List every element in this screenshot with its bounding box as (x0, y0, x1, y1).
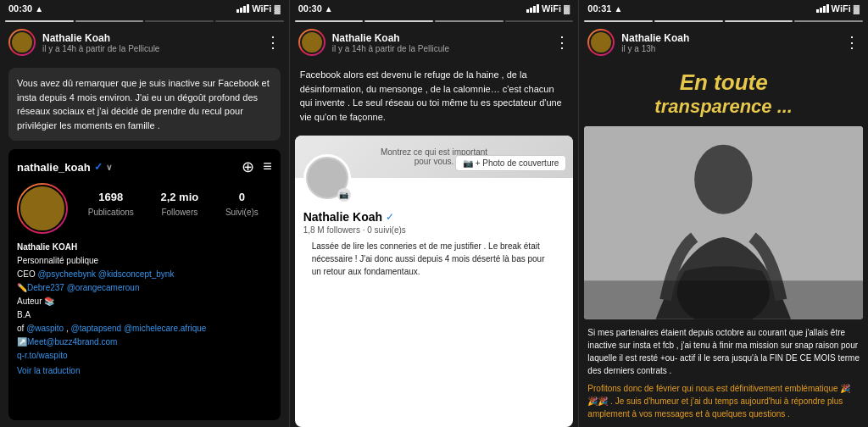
seg-2-4 (505, 20, 574, 22)
story-header-3: Nathalie Koah il y a 13h ⋮ (579, 24, 868, 61)
seg-1-2 (75, 20, 144, 22)
story-info-1: Nathalie Koah il y a 14h à partir de la … (42, 32, 259, 53)
verified-badge-ig: ✓ (94, 161, 103, 173)
seg-2-3 (435, 20, 504, 22)
ig-stat-publications: 1698 Publications (88, 191, 134, 219)
location-arrow-3: ▲ (614, 4, 622, 14)
person-svg (584, 126, 863, 319)
fb-verified-badge: ✓ (386, 211, 394, 223)
svg-point-2 (695, 145, 753, 214)
wifi-icon-3: WiFi (832, 3, 851, 14)
avatar-face-3 (589, 30, 613, 54)
seg-1-3 (145, 20, 214, 22)
avatar-face-1 (10, 30, 34, 54)
panel3-bottom-text: Si mes partenaires étaient depuis octobr… (579, 319, 868, 427)
progress-bar-3 (579, 17, 868, 24)
seg-3-2 (654, 20, 723, 22)
fb-avatar-wrap: 📷 (303, 154, 351, 202)
battery-icon-1: ▓ (274, 4, 280, 14)
fb-name: Nathalie Koah (303, 210, 382, 224)
panel-3: 00:31 ▲ WiFi ▓ (579, 0, 868, 427)
status-bar-3: 00:31 ▲ WiFi ▓ (579, 0, 868, 17)
story-name-1: Nathalie Koah (42, 32, 259, 44)
signal-bars-2 (526, 4, 539, 13)
add-icon-ig[interactable]: ⊕ (242, 158, 254, 176)
story-name-2: Nathalie Koah (332, 32, 548, 44)
signal-bars-3 (816, 4, 829, 13)
panel3-title-line1: En toute (589, 69, 858, 96)
panel3-title-area: En toute transparence ... (579, 61, 868, 126)
time-1: 00:30 (8, 3, 32, 14)
seg-1-1 (5, 20, 74, 22)
story-name-3: Nathalie Koah (621, 32, 837, 44)
fb-profile-area: 📷 Nathalie Koah ✓ 1,8 M followers · 0 su… (295, 178, 574, 288)
ig-avatar-inner (19, 185, 66, 232)
fb-cover-photo-btn[interactable]: 📷 + Photo de couverture (455, 155, 567, 171)
seg-3-4 (794, 20, 863, 22)
panel-2: 00:30 ▲ WiFi ▓ (290, 0, 580, 427)
seg-3-3 (725, 20, 793, 22)
story-text-2: Facebook alors est devenu le refuge de l… (290, 61, 579, 130)
fb-post-text: Lassée de lire les conneries et de me ju… (303, 235, 565, 283)
ig-stat-following: 0 Suivi(e)s (225, 191, 259, 219)
avatar-1 (8, 29, 36, 56)
panel3-image (584, 126, 863, 319)
svg-rect-3 (584, 280, 863, 319)
ig-header-icons: ⊕ ≡ (242, 158, 272, 176)
ig-profile-header: nathalie_koah ✓ ∨ ⊕ ≡ (17, 158, 272, 176)
ig-avatar-large (17, 183, 68, 234)
avatar-face-2 (300, 30, 324, 54)
progress-bar-1 (0, 17, 289, 24)
panel3-body-text: Si mes partenaires étaient depuis octobr… (587, 326, 860, 377)
story-info-2: Nathalie Koah il y a 14h à partir de la … (332, 32, 548, 53)
panel-1: 00:30 ▲ WiFi ▓ (0, 0, 290, 427)
fb-profile-card: Montrez ce qui est importantpour vous. 📷… (295, 136, 574, 427)
menu-icon-ig[interactable]: ≡ (263, 158, 272, 176)
battery-icon-3: ▓ (854, 4, 860, 14)
battery-icon-2: ▓ (564, 4, 570, 14)
ig-stats: 1698 Publications 2,2 mio Followers 0 Su… (75, 191, 272, 219)
story-text-1: Vous avez dû remarquer que je suis inact… (8, 68, 281, 141)
panels-container: 00:30 ▲ WiFi ▓ (0, 0, 868, 427)
story-info-3: Nathalie Koah il y a 13h (621, 32, 837, 53)
fb-followers: 1,8 M followers · 0 suivi(e)s (303, 225, 565, 235)
story-time-2: il y a 14h à partir de la Pellicule (332, 44, 548, 53)
more-button-3[interactable]: ⋮ (844, 33, 860, 52)
wifi-icon-1: WiFi (252, 3, 271, 14)
seg-2-2 (364, 20, 433, 22)
status-bar-1: 00:30 ▲ WiFi ▓ (0, 0, 289, 17)
panel1-content: Vous avez dû remarquer que je suis inact… (0, 61, 289, 427)
more-button-2[interactable]: ⋮ (554, 33, 570, 52)
ig-stat-followers: 2,2 mio Followers (160, 191, 198, 219)
seg-3-1 (584, 20, 653, 22)
camera-icon-fb: 📷 (463, 158, 473, 168)
panel3-highlight-text: Profitons donc de février qui nous est d… (587, 382, 860, 420)
location-arrow-2: ▲ (325, 4, 333, 14)
ig-username: nathalie_koah ✓ ∨ (17, 161, 112, 174)
fb-name-row: Nathalie Koah ✓ (303, 210, 565, 224)
seg-1-4 (215, 20, 284, 22)
time-3: 00:31 (587, 3, 611, 14)
avatar-3 (587, 29, 615, 56)
ig-profile: nathalie_koah ✓ ∨ ⊕ ≡ 1698 (8, 149, 281, 420)
location-arrow-1: ▲ (35, 4, 43, 14)
wifi-icon-2: WiFi (542, 3, 561, 14)
time-2: 00:30 (298, 3, 322, 14)
panel3-title-line2: transparence ... (589, 96, 858, 118)
story-header-1: Nathalie Koah il y a 14h à partir de la … (0, 24, 289, 61)
fb-camera-icon[interactable]: 📷 (337, 188, 351, 202)
seg-2-1 (295, 20, 364, 22)
signal-bars-1 (236, 4, 249, 13)
avatar-2 (298, 29, 326, 56)
status-bar-2: 00:30 ▲ WiFi ▓ (290, 0, 579, 17)
ig-bio: Nathalie KOAH Personnalité publique CEO … (17, 241, 272, 378)
story-time-1: il y a 14h à partir de la Pellicule (42, 44, 259, 53)
more-button-1[interactable]: ⋮ (265, 33, 281, 52)
story-header-2: Nathalie Koah il y a 14h à partir de la … (290, 24, 579, 61)
progress-bar-2 (290, 17, 579, 24)
story-time-3: il y a 13h (621, 44, 837, 53)
